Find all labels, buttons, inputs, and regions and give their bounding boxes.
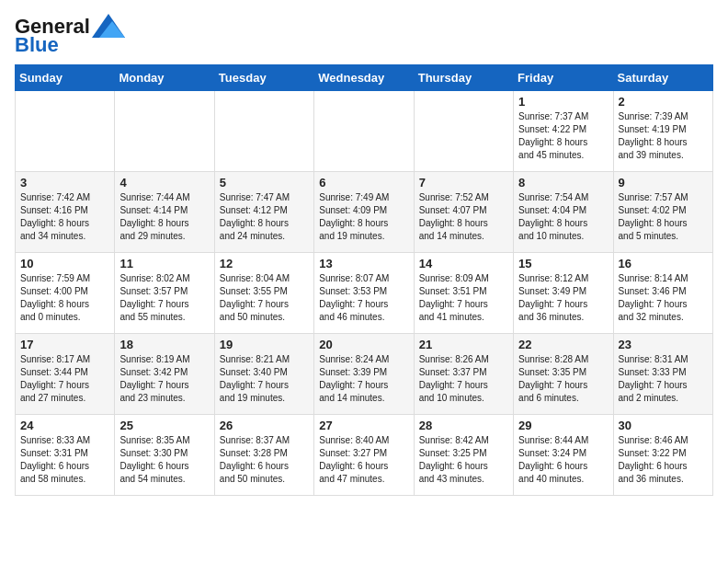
day-info: Sunrise: 8:24 AM Sunset: 3:39 PM Dayligh… — [319, 353, 408, 405]
day-info: Sunrise: 8:17 AM Sunset: 3:44 PM Dayligh… — [20, 353, 109, 405]
calendar-cell: 6Sunrise: 7:49 AM Sunset: 4:09 PM Daylig… — [314, 172, 414, 253]
calendar-cell: 29Sunrise: 8:44 AM Sunset: 3:24 PM Dayli… — [514, 415, 613, 496]
calendar-cell: 2Sunrise: 7:39 AM Sunset: 4:19 PM Daylig… — [613, 91, 712, 172]
calendar-cell: 8Sunrise: 7:54 AM Sunset: 4:04 PM Daylig… — [514, 172, 613, 253]
day-info: Sunrise: 8:02 AM Sunset: 3:57 PM Dayligh… — [119, 272, 209, 324]
calendar-cell: 28Sunrise: 8:42 AM Sunset: 3:25 PM Dayli… — [414, 415, 513, 496]
day-number: 1 — [518, 95, 608, 109]
day-number: 29 — [518, 419, 608, 432]
day-info: Sunrise: 7:47 AM Sunset: 4:12 PM Dayligh… — [220, 191, 309, 243]
day-number: 13 — [319, 257, 408, 270]
day-info: Sunrise: 7:44 AM Sunset: 4:14 PM Dayligh… — [119, 191, 209, 243]
weekday-header-sunday: Sunday — [16, 65, 115, 91]
day-number: 16 — [619, 257, 708, 270]
day-info: Sunrise: 8:40 AM Sunset: 3:27 PM Dayligh… — [319, 434, 408, 486]
calendar-cell: 1Sunrise: 7:37 AM Sunset: 4:22 PM Daylig… — [514, 91, 613, 172]
weekday-header-friday: Friday — [514, 65, 613, 91]
calendar-cell: 20Sunrise: 8:24 AM Sunset: 3:39 PM Dayli… — [314, 334, 414, 415]
calendar-cell: 15Sunrise: 8:12 AM Sunset: 3:49 PM Dayli… — [514, 253, 613, 334]
day-info: Sunrise: 8:33 AM Sunset: 3:31 PM Dayligh… — [20, 434, 109, 486]
calendar-cell: 4Sunrise: 7:44 AM Sunset: 4:14 PM Daylig… — [115, 172, 214, 253]
day-number: 23 — [619, 338, 708, 351]
calendar-cell — [314, 91, 414, 172]
day-info: Sunrise: 8:12 AM Sunset: 3:49 PM Dayligh… — [518, 272, 608, 324]
calendar-cell — [414, 91, 513, 172]
weekday-header-wednesday: Wednesday — [314, 65, 414, 91]
calendar-week-2: 3Sunrise: 7:42 AM Sunset: 4:16 PM Daylig… — [16, 172, 713, 253]
calendar-cell — [115, 91, 214, 172]
day-info: Sunrise: 7:49 AM Sunset: 4:09 PM Dayligh… — [319, 191, 408, 243]
calendar-cell: 11Sunrise: 8:02 AM Sunset: 3:57 PM Dayli… — [115, 253, 214, 334]
day-number: 27 — [319, 419, 408, 432]
day-info: Sunrise: 8:21 AM Sunset: 3:40 PM Dayligh… — [220, 353, 309, 405]
calendar-cell: 12Sunrise: 8:04 AM Sunset: 3:55 PM Dayli… — [214, 253, 313, 334]
calendar-cell: 9Sunrise: 7:57 AM Sunset: 4:02 PM Daylig… — [613, 172, 712, 253]
day-info: Sunrise: 7:54 AM Sunset: 4:04 PM Dayligh… — [518, 191, 608, 243]
logo: General Blue — [15, 15, 125, 57]
day-info: Sunrise: 7:37 AM Sunset: 4:22 PM Dayligh… — [518, 110, 608, 162]
day-info: Sunrise: 8:37 AM Sunset: 3:28 PM Dayligh… — [220, 434, 309, 486]
day-number: 7 — [419, 176, 508, 190]
weekday-header-monday: Monday — [115, 65, 214, 91]
weekday-header-tuesday: Tuesday — [214, 65, 313, 91]
day-info: Sunrise: 8:09 AM Sunset: 3:51 PM Dayligh… — [419, 272, 508, 324]
day-info: Sunrise: 8:28 AM Sunset: 3:35 PM Dayligh… — [518, 353, 608, 405]
day-number: 28 — [419, 419, 508, 432]
day-number: 17 — [20, 338, 109, 351]
day-info: Sunrise: 8:44 AM Sunset: 3:24 PM Dayligh… — [518, 434, 608, 486]
day-info: Sunrise: 8:19 AM Sunset: 3:42 PM Dayligh… — [119, 353, 209, 405]
day-info: Sunrise: 8:04 AM Sunset: 3:55 PM Dayligh… — [220, 272, 309, 324]
calendar-week-3: 10Sunrise: 7:59 AM Sunset: 4:00 PM Dayli… — [16, 253, 713, 334]
day-info: Sunrise: 8:31 AM Sunset: 3:33 PM Dayligh… — [619, 353, 708, 405]
calendar-cell: 14Sunrise: 8:09 AM Sunset: 3:51 PM Dayli… — [414, 253, 513, 334]
day-number: 8 — [518, 176, 608, 190]
day-number: 5 — [220, 176, 309, 190]
calendar-cell: 17Sunrise: 8:17 AM Sunset: 3:44 PM Dayli… — [16, 334, 115, 415]
calendar-cell: 10Sunrise: 7:59 AM Sunset: 4:00 PM Dayli… — [16, 253, 115, 334]
day-info: Sunrise: 7:57 AM Sunset: 4:02 PM Dayligh… — [619, 191, 708, 243]
day-info: Sunrise: 8:07 AM Sunset: 3:53 PM Dayligh… — [319, 272, 408, 324]
day-number: 10 — [20, 257, 109, 270]
calendar-cell: 30Sunrise: 8:46 AM Sunset: 3:22 PM Dayli… — [613, 415, 712, 496]
logo-blue: Blue — [15, 33, 59, 57]
day-info: Sunrise: 8:46 AM Sunset: 3:22 PM Dayligh… — [619, 434, 708, 486]
day-number: 22 — [518, 338, 608, 351]
calendar-week-4: 17Sunrise: 8:17 AM Sunset: 3:44 PM Dayli… — [16, 334, 713, 415]
day-number: 18 — [119, 338, 209, 351]
day-info: Sunrise: 8:14 AM Sunset: 3:46 PM Dayligh… — [619, 272, 708, 324]
day-number: 20 — [319, 338, 408, 351]
calendar-cell: 25Sunrise: 8:35 AM Sunset: 3:30 PM Dayli… — [115, 415, 214, 496]
day-number: 24 — [20, 419, 109, 432]
calendar-table: SundayMondayTuesdayWednesdayThursdayFrid… — [15, 64, 713, 496]
calendar-cell — [16, 91, 115, 172]
day-number: 9 — [619, 176, 708, 190]
day-info: Sunrise: 8:26 AM Sunset: 3:37 PM Dayligh… — [419, 353, 508, 405]
day-number: 12 — [220, 257, 309, 270]
day-number: 21 — [419, 338, 508, 351]
weekday-header-row: SundayMondayTuesdayWednesdayThursdayFrid… — [16, 65, 713, 91]
day-number: 14 — [419, 257, 508, 270]
day-info: Sunrise: 7:42 AM Sunset: 4:16 PM Dayligh… — [20, 191, 109, 243]
calendar-cell: 5Sunrise: 7:47 AM Sunset: 4:12 PM Daylig… — [214, 172, 313, 253]
weekday-header-saturday: Saturday — [613, 65, 712, 91]
day-number: 19 — [220, 338, 309, 351]
calendar-cell: 3Sunrise: 7:42 AM Sunset: 4:16 PM Daylig… — [16, 172, 115, 253]
weekday-header-thursday: Thursday — [414, 65, 513, 91]
day-info: Sunrise: 7:39 AM Sunset: 4:19 PM Dayligh… — [619, 110, 708, 162]
day-number: 2 — [619, 95, 708, 109]
calendar-cell: 24Sunrise: 8:33 AM Sunset: 3:31 PM Dayli… — [16, 415, 115, 496]
logo-icon — [92, 12, 125, 38]
day-info: Sunrise: 7:59 AM Sunset: 4:00 PM Dayligh… — [20, 272, 109, 324]
calendar-week-5: 24Sunrise: 8:33 AM Sunset: 3:31 PM Dayli… — [16, 415, 713, 496]
calendar-cell: 21Sunrise: 8:26 AM Sunset: 3:37 PM Dayli… — [414, 334, 513, 415]
calendar-cell: 13Sunrise: 8:07 AM Sunset: 3:53 PM Dayli… — [314, 253, 414, 334]
day-number: 25 — [119, 419, 209, 432]
day-number: 11 — [119, 257, 209, 270]
page-header: General Blue — [15, 15, 713, 57]
day-info: Sunrise: 8:42 AM Sunset: 3:25 PM Dayligh… — [419, 434, 508, 486]
calendar-cell — [214, 91, 313, 172]
day-number: 4 — [119, 176, 209, 190]
calendar-cell: 23Sunrise: 8:31 AM Sunset: 3:33 PM Dayli… — [613, 334, 712, 415]
calendar-cell: 26Sunrise: 8:37 AM Sunset: 3:28 PM Dayli… — [214, 415, 313, 496]
day-number: 6 — [319, 176, 408, 190]
